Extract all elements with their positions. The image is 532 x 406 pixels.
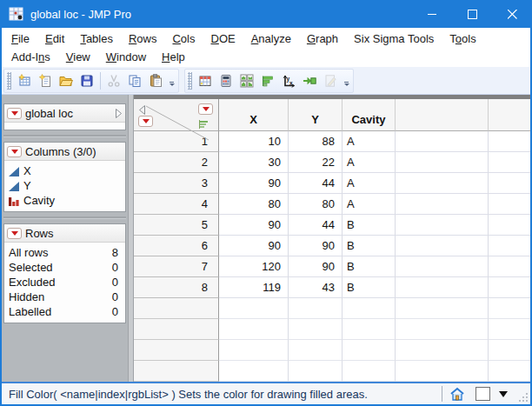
cell-cavity[interactable]: B xyxy=(342,236,396,256)
row-number[interactable]: 3 xyxy=(134,173,219,194)
row-stat-labelled[interactable]: Labelled0 xyxy=(4,304,125,319)
cell-x[interactable]: 90 xyxy=(219,236,289,256)
open-icon[interactable] xyxy=(56,70,76,91)
cell-y[interactable]: 43 xyxy=(289,277,342,298)
cell-x[interactable] xyxy=(219,319,289,340)
column-header-y[interactable]: Y xyxy=(289,99,342,131)
cell-y[interactable]: 90 xyxy=(289,256,342,277)
red-triangle-menu-icon[interactable] xyxy=(7,146,22,157)
collapse-sidebar-icon[interactable] xyxy=(138,104,146,116)
menu-help[interactable]: Help xyxy=(154,50,193,63)
toolbar-overflow-icon[interactable] xyxy=(342,72,351,90)
row-number[interactable]: 7 xyxy=(134,256,219,277)
toolbar-grip[interactable] xyxy=(188,72,192,90)
cell-x[interactable] xyxy=(219,361,289,382)
close-button[interactable] xyxy=(492,0,532,28)
cell-x[interactable]: 30 xyxy=(219,152,289,173)
minimize-button[interactable] xyxy=(412,0,452,28)
cell-cavity[interactable] xyxy=(342,361,396,382)
red-triangle-menu-icon[interactable] xyxy=(7,228,22,239)
column-item-y[interactable]: Y xyxy=(4,178,125,193)
data-table-icon[interactable] xyxy=(195,70,216,91)
cell-x[interactable] xyxy=(219,298,289,319)
cell-x[interactable]: 120 xyxy=(219,256,289,277)
color-dropdown-icon[interactable] xyxy=(499,391,508,397)
row-number[interactable]: 5 xyxy=(134,215,219,236)
run-script-icon[interactable] xyxy=(299,70,320,91)
cell-y[interactable] xyxy=(289,340,342,361)
row-number[interactable] xyxy=(134,340,219,361)
window-tiles-icon[interactable] xyxy=(236,70,257,91)
cell-cavity[interactable]: A xyxy=(342,152,396,173)
fill-color-swatch[interactable] xyxy=(475,387,490,401)
toolbar-overflow-icon[interactable] xyxy=(167,72,176,90)
cell-cavity[interactable]: A xyxy=(342,131,396,152)
cell-cavity[interactable] xyxy=(342,298,396,319)
cell-y[interactable]: 88 xyxy=(289,131,342,152)
paste-icon[interactable] xyxy=(145,70,166,91)
column-item-x[interactable]: X xyxy=(4,163,125,178)
menu-file[interactable]: File xyxy=(3,32,37,45)
menu-window[interactable]: Window xyxy=(98,50,154,63)
new-journal-icon[interactable] xyxy=(35,70,56,91)
cell-y[interactable] xyxy=(289,298,342,319)
row-stat-selected[interactable]: Selected0 xyxy=(4,260,125,275)
row-stat-excluded[interactable]: Excluded0 xyxy=(4,275,125,290)
menu-graph[interactable]: Graph xyxy=(299,32,346,45)
menu-six-sigma-tools[interactable]: Six Sigma Tools xyxy=(346,32,442,45)
graph-builder-icon[interactable] xyxy=(257,70,278,91)
menu-add-ins[interactable]: Add-Ins xyxy=(3,50,58,63)
column-header-x[interactable]: X xyxy=(219,99,289,131)
cell-y[interactable] xyxy=(289,319,342,340)
expand-arrow-icon[interactable] xyxy=(115,108,123,119)
column-item-cavity[interactable]: Cavity xyxy=(4,193,125,208)
menu-cols[interactable]: Cols xyxy=(164,32,203,45)
cell-cavity[interactable] xyxy=(342,319,396,340)
copy-icon[interactable] xyxy=(124,70,145,91)
panel-splitter[interactable] xyxy=(3,212,126,223)
panel-splitter[interactable] xyxy=(3,130,126,142)
cell-y[interactable]: 80 xyxy=(289,194,342,215)
cell-x[interactable] xyxy=(219,340,289,361)
formula-editor-icon[interactable] xyxy=(216,70,236,91)
maximize-button[interactable] xyxy=(452,0,492,28)
cell-cavity[interactable]: B xyxy=(342,277,396,298)
home-icon[interactable] xyxy=(449,387,465,402)
cell-y[interactable]: 22 xyxy=(289,152,342,173)
rows-red-triangle-icon[interactable] xyxy=(138,116,153,127)
menu-analyze[interactable]: Analyze xyxy=(243,32,299,45)
cell-cavity[interactable]: B xyxy=(342,256,396,277)
resize-grip[interactable] xyxy=(518,392,529,403)
cell-x[interactable]: 90 xyxy=(219,173,289,194)
cell-cavity[interactable] xyxy=(342,340,396,361)
menu-tools[interactable]: Tools xyxy=(442,32,483,45)
menu-doe[interactable]: DOE xyxy=(203,32,243,45)
row-number[interactable]: 6 xyxy=(134,236,219,256)
row-number[interactable] xyxy=(134,319,219,340)
row-number[interactable]: 2 xyxy=(134,152,219,173)
cell-x[interactable]: 119 xyxy=(219,277,289,298)
row-number[interactable] xyxy=(134,361,219,382)
row-number[interactable]: 8 xyxy=(134,277,219,298)
columns-red-triangle-icon[interactable] xyxy=(198,103,213,115)
new-data-table-icon[interactable] xyxy=(14,70,35,91)
cell-x[interactable]: 10 xyxy=(219,131,289,152)
column-header-cavity[interactable]: Cavity xyxy=(342,99,396,131)
save-icon[interactable] xyxy=(76,70,97,91)
cell-x[interactable]: 80 xyxy=(219,194,289,215)
row-number[interactable] xyxy=(134,298,219,319)
cell-cavity[interactable]: A xyxy=(342,194,396,215)
row-stat-hidden[interactable]: Hidden0 xyxy=(4,290,125,304)
menu-tables[interactable]: Tables xyxy=(72,32,121,45)
cell-x[interactable]: 90 xyxy=(219,215,289,236)
menu-rows[interactable]: Rows xyxy=(121,32,165,45)
menu-view[interactable]: View xyxy=(58,50,98,63)
cell-y[interactable]: 44 xyxy=(289,173,342,194)
cell-y[interactable]: 44 xyxy=(289,215,342,236)
column-list-icon[interactable] xyxy=(199,120,209,129)
row-number[interactable]: 4 xyxy=(134,194,219,215)
fit-y-by-x-icon[interactable]: yx xyxy=(278,70,299,91)
cell-cavity[interactable]: B xyxy=(342,215,396,236)
row-stat-all-rows[interactable]: All rows8 xyxy=(4,245,125,260)
cell-cavity[interactable]: A xyxy=(342,173,396,194)
